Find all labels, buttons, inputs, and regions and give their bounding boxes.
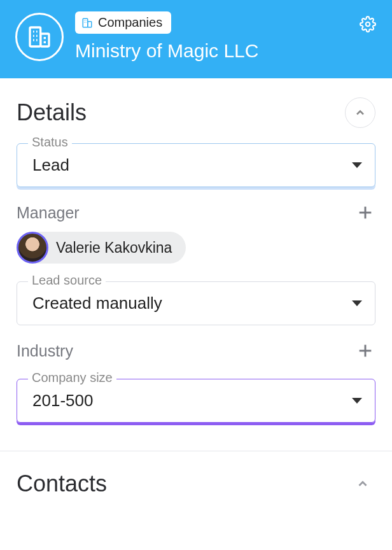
lead-source-label: Lead source	[28, 273, 106, 288]
contacts-section: Contacts	[0, 451, 392, 510]
company-icon	[15, 13, 64, 61]
breadcrumb-companies[interactable]: Companies	[75, 11, 171, 34]
lead-source-value: Created manually	[32, 293, 162, 313]
status-label: Status	[28, 135, 72, 150]
page-title: Ministry of Magic LLC	[75, 40, 258, 62]
header-content: Companies Ministry of Magic LLC	[75, 11, 258, 62]
contacts-header: Contacts	[17, 470, 375, 497]
industry-header: Industry	[17, 341, 375, 361]
page-header: Companies Ministry of Magic LLC	[0, 0, 392, 78]
status-field: Status Lead	[17, 143, 375, 187]
caret-down-icon	[352, 398, 362, 404]
add-industry-button[interactable]	[355, 341, 375, 361]
caret-down-icon	[352, 300, 362, 306]
collapse-details-button[interactable]	[345, 97, 375, 128]
company-size-select[interactable]: 201-500	[17, 379, 375, 423]
breadcrumb-label: Companies	[98, 15, 162, 30]
company-size-field: Company size 201-500	[17, 379, 375, 423]
svg-rect-1	[41, 34, 49, 46]
details-title: Details	[17, 99, 87, 126]
svg-rect-0	[30, 27, 41, 46]
contacts-title: Contacts	[17, 470, 107, 497]
manager-label: Manager	[17, 204, 80, 222]
company-size-value: 201-500	[32, 391, 93, 411]
details-header: Details	[17, 97, 375, 128]
manager-header: Manager	[17, 202, 375, 223]
company-size-label: Company size	[28, 370, 116, 385]
svg-point-16	[366, 22, 370, 27]
caret-down-icon	[352, 162, 362, 168]
add-manager-button[interactable]	[355, 202, 375, 223]
collapse-contacts-button[interactable]	[350, 471, 375, 497]
avatar	[17, 232, 48, 264]
details-section: Details Status Lead Manager Valerie Kako…	[0, 78, 392, 451]
manager-chip[interactable]: Valerie Kakovkina	[17, 232, 186, 264]
manager-name: Valerie Kakovkina	[56, 239, 172, 257]
svg-rect-10	[83, 18, 88, 27]
industry-label: Industry	[17, 342, 73, 360]
lead-source-select[interactable]: Created manually	[17, 281, 375, 325]
status-value: Lead	[32, 155, 69, 175]
svg-rect-11	[88, 21, 92, 27]
settings-button[interactable]	[359, 15, 377, 33]
status-select[interactable]: Lead	[17, 143, 375, 187]
lead-source-field: Lead source Created manually	[17, 281, 375, 325]
